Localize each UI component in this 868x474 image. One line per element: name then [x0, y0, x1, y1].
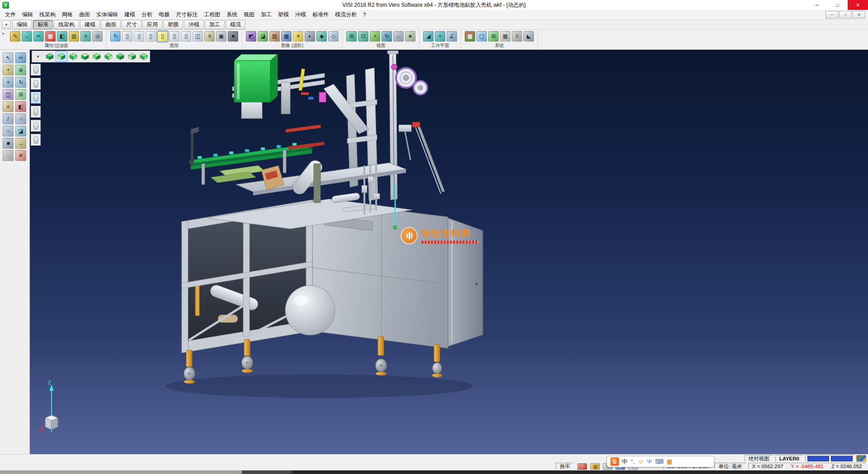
filter-layer-icon[interactable]: ≡ — [80, 31, 91, 42]
previous-view-icon[interactable]: ← — [393, 31, 404, 42]
solid-icon[interactable]: ■ — [3, 138, 14, 149]
capsule-active-icon[interactable]: ▯ — [157, 31, 168, 42]
monitor-icon[interactable]: ▢ — [476, 31, 487, 42]
ime-mode-icon[interactable]: 中 — [622, 459, 627, 465]
menu-item-6[interactable]: 建模 — [121, 10, 138, 19]
status-warn-icon[interactable]: ! — [577, 463, 587, 470]
hide-icon[interactable]: ◌ — [3, 150, 14, 161]
menu-item-13[interactable]: 加工 — [258, 10, 275, 19]
layers-icon[interactable]: ≡ — [3, 101, 14, 112]
rotate-icon[interactable]: ↻ — [15, 77, 26, 88]
close-button[interactable]: ✕ — [848, 0, 868, 10]
snap-grid-icon[interactable]: # — [512, 31, 522, 42]
menu-item-10[interactable]: 工程图 — [201, 10, 223, 19]
render-icon[interactable]: ▨ — [269, 31, 280, 42]
color-swatches[interactable] — [805, 455, 855, 463]
workplane-icon[interactable]: ◢ — [423, 31, 434, 42]
tab-8[interactable]: 冲模 — [184, 20, 204, 29]
surface-icon[interactable]: ◪ — [15, 126, 26, 137]
menu-item-2[interactable]: 线架构 — [36, 10, 59, 19]
select-edge-icon[interactable] — [31, 78, 41, 90]
attribute-edit-icon[interactable]: ✎ — [10, 31, 20, 42]
menu-item-14[interactable]: 塑模 — [275, 10, 292, 19]
table-icon[interactable]: ▦ — [500, 31, 510, 42]
zoom-window-icon[interactable]: ⊡ — [358, 31, 368, 42]
select-all-icon[interactable] — [31, 134, 41, 146]
select-arrow-icon[interactable]: ↖ — [3, 52, 14, 63]
view-back-icon[interactable] — [80, 52, 90, 62]
menu-item-15[interactable]: 冲模 — [292, 10, 309, 19]
shade-green-icon[interactable]: ◪ — [258, 31, 268, 42]
tab-4[interactable]: 曲面 — [101, 20, 121, 29]
filter-cut-icon[interactable]: ✂ — [33, 31, 44, 42]
array-icon[interactable]: ⊞ — [15, 89, 26, 100]
tab-2[interactable]: 线架构 — [54, 20, 79, 29]
select-vertex-icon[interactable] — [31, 64, 41, 76]
view-iso-icon[interactable] — [44, 52, 55, 62]
view-left-icon[interactable] — [91, 52, 102, 62]
texture-icon[interactable]: ▦ — [281, 31, 292, 42]
view-bottom-icon[interactable] — [115, 52, 126, 62]
ime-emoji-icon[interactable]: ☺ — [638, 459, 644, 465]
workplane-angle-icon[interactable]: ∠ — [447, 31, 457, 42]
menu-item-4[interactable]: 曲面 — [76, 10, 93, 19]
zoom-all-icon[interactable]: ⊞ — [346, 31, 357, 42]
capsule-1-icon[interactable]: ▯ — [122, 31, 132, 42]
light-icon[interactable]: ✶ — [293, 31, 303, 42]
maximize-button[interactable]: □ — [827, 0, 848, 10]
menu-item-12[interactable]: 视图 — [241, 10, 258, 19]
workplane-new-icon[interactable]: + — [435, 31, 445, 42]
filter-yellow-icon[interactable]: ▤ — [69, 31, 79, 42]
select-group-icon[interactable] — [31, 120, 41, 132]
menu-item-3[interactable]: 网格 — [59, 10, 76, 19]
view-top-icon[interactable] — [56, 52, 67, 62]
tab-7[interactable]: 塑膜 — [163, 20, 183, 29]
tab-overflow-button[interactable]: ▾ — [2, 20, 11, 29]
capsule-3-icon[interactable]: ▯ — [146, 31, 156, 42]
menu-item-11[interactable]: 系统 — [223, 10, 241, 19]
tab-0[interactable]: 编辑 — [12, 20, 32, 29]
tab-9[interactable]: 加工 — [205, 20, 225, 29]
menu-item-1[interactable]: 编辑 — [19, 10, 36, 19]
move-icon[interactable]: + — [3, 77, 14, 88]
menu-item-0[interactable]: 文件 — [2, 10, 19, 19]
grid-green-icon[interactable]: ⊞ — [488, 31, 499, 42]
attribute-match-icon[interactable]: ↔ — [22, 31, 32, 42]
pan-view-icon[interactable]: + — [370, 31, 380, 42]
circle-icon[interactable]: ○ — [15, 114, 26, 124]
filter-element-icon[interactable]: ◧ — [57, 31, 67, 42]
view-mode-label[interactable]: 绝对视图 — [745, 455, 774, 462]
ime-toolbox-icon[interactable]: ▦ — [667, 459, 672, 465]
menu-item-5[interactable]: 实体编辑 — [93, 10, 121, 19]
filter-red-icon[interactable]: ▦ — [45, 31, 56, 42]
menu-item-9[interactable]: 尺寸标注 — [173, 10, 201, 19]
menu-item-18[interactable]: ? — [360, 11, 369, 19]
tab-5[interactable]: 尺寸 — [122, 20, 142, 29]
layer-color-swatch-1[interactable] — [807, 456, 829, 461]
redraw-icon[interactable]: ★ — [405, 31, 415, 42]
toolbar-overflow-button[interactable]: ▾ — [0, 30, 6, 49]
menu-item-17[interactable]: 模流分析 — [332, 10, 360, 19]
filter-settings-icon[interactable]: ◎ — [92, 31, 103, 42]
ime-mic-icon[interactable]: Ψ — [647, 459, 652, 465]
point-icon[interactable]: • — [3, 65, 14, 76]
box-light-icon[interactable]: ▣ — [216, 31, 226, 42]
capsule-5-icon[interactable]: ▯ — [181, 31, 191, 42]
mirror-icon[interactable]: ◫ — [3, 89, 14, 100]
capsule-marked-icon[interactable]: ◫ — [193, 31, 203, 42]
ime-keyboard-icon[interactable]: ⌨ — [655, 459, 664, 465]
layer-color-swatch-2[interactable] — [831, 456, 853, 461]
mdi-close-button[interactable]: ✕ — [853, 11, 865, 19]
model-canvas[interactable] — [30, 50, 868, 454]
lock-toggle[interactable]: 拴牢 — [556, 463, 574, 470]
palette-icon[interactable]: ▩ — [465, 31, 475, 42]
section-icon[interactable]: ◆ — [316, 31, 327, 42]
curve-icon[interactable]: ~ — [3, 126, 14, 137]
display-color-icon[interactable] — [856, 455, 866, 462]
capsule-2-icon[interactable]: ▯ — [134, 31, 144, 42]
menu-item-8[interactable]: 电极 — [156, 10, 173, 19]
plane-slant-icon[interactable]: ◣ — [524, 31, 534, 42]
refresh-view-icon[interactable]: ↻ — [110, 31, 121, 42]
mdi-minimize-button[interactable]: ─ — [826, 11, 838, 19]
select-face-icon[interactable] — [31, 92, 41, 104]
